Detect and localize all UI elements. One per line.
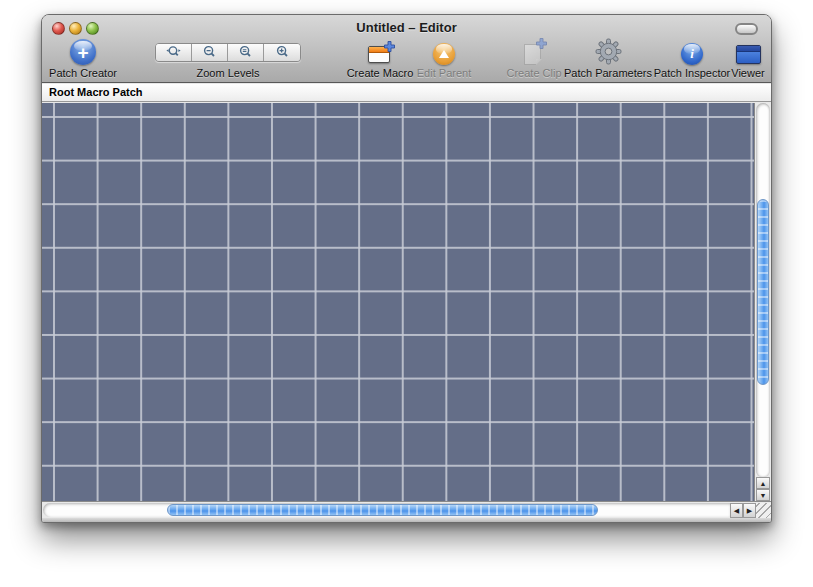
zoom-segmented-control	[155, 43, 301, 62]
zoom-actual-size-button[interactable]	[156, 44, 192, 61]
zoom-actual-size-icon	[166, 45, 181, 60]
vertical-scrollbar[interactable]: ▲ ▼	[754, 103, 771, 501]
zoom-out-icon	[202, 45, 217, 60]
window-title: Untitled – Editor	[42, 20, 771, 35]
zoom-in-button[interactable]	[264, 44, 300, 61]
zoom-in-icon	[275, 45, 290, 60]
editor-window: Untitled – Editor + Patch Creator	[41, 14, 772, 523]
plus-badge-icon	[536, 38, 547, 49]
info-glyph: i	[690, 46, 694, 62]
toolbar-item-zoom-levels: Zoom Levels	[153, 38, 303, 79]
viewer-window-icon	[736, 45, 761, 64]
toolbar-item-edit-parent: Edit Parent	[404, 38, 484, 79]
toolbar-item-label: Edit Parent	[417, 67, 471, 79]
zoom-100-icon	[238, 45, 253, 60]
scroll-left-button[interactable]: ◀	[730, 503, 743, 518]
page-plus-icon	[523, 41, 545, 65]
gear-icon	[595, 38, 622, 65]
plus-glyph: +	[77, 43, 88, 62]
patch-canvas[interactable]	[42, 103, 754, 501]
scroll-right-button[interactable]: ▶	[743, 503, 756, 518]
window-bottom-edge	[42, 518, 771, 522]
toolbar-item-label: Zoom Levels	[197, 67, 260, 79]
breadcrumb-label: Root Macro Patch	[49, 86, 143, 98]
toolbar-item-label: Viewer	[731, 67, 764, 79]
page-fold	[536, 59, 543, 66]
toolbar-item-label: Patch Parameters	[564, 67, 652, 79]
resize-grip[interactable]	[756, 503, 771, 518]
toolbar-item-label: Patch Creator	[49, 67, 117, 79]
scroll-up-button[interactable]: ▲	[756, 477, 770, 489]
vertical-scrollbar-thumb[interactable]	[757, 199, 769, 385]
toolbar-item-patch-creator[interactable]: + Patch Creator	[42, 38, 124, 79]
canvas-row: ▲ ▼	[42, 103, 771, 501]
zoom-out-button[interactable]	[192, 44, 228, 61]
plus-sphere-icon: +	[70, 39, 96, 65]
up-triangle-glyph	[439, 50, 449, 58]
plus-badge-icon	[384, 41, 395, 52]
scroll-down-button[interactable]: ▼	[756, 489, 770, 501]
vertical-scrollbar-track[interactable]	[756, 103, 770, 477]
zoom-100-button[interactable]	[228, 44, 264, 61]
window-chrome: Untitled – Editor + Patch Creator	[42, 15, 771, 83]
horizontal-scrollbar[interactable]: ◀ ▶	[42, 501, 771, 518]
orange-up-circle-icon	[433, 43, 455, 65]
horizontal-scrollbar-thumb[interactable]	[167, 504, 598, 516]
toolbar-item-viewer[interactable]: Viewer	[718, 38, 778, 79]
breadcrumb[interactable]: Root Macro Patch	[42, 84, 771, 102]
horizontal-scrollbar-track[interactable]	[43, 503, 730, 517]
macro-window-plus-icon	[368, 44, 393, 64]
toolbar-toggle-pill[interactable]	[735, 23, 758, 35]
info-sphere-icon: i	[681, 43, 703, 65]
